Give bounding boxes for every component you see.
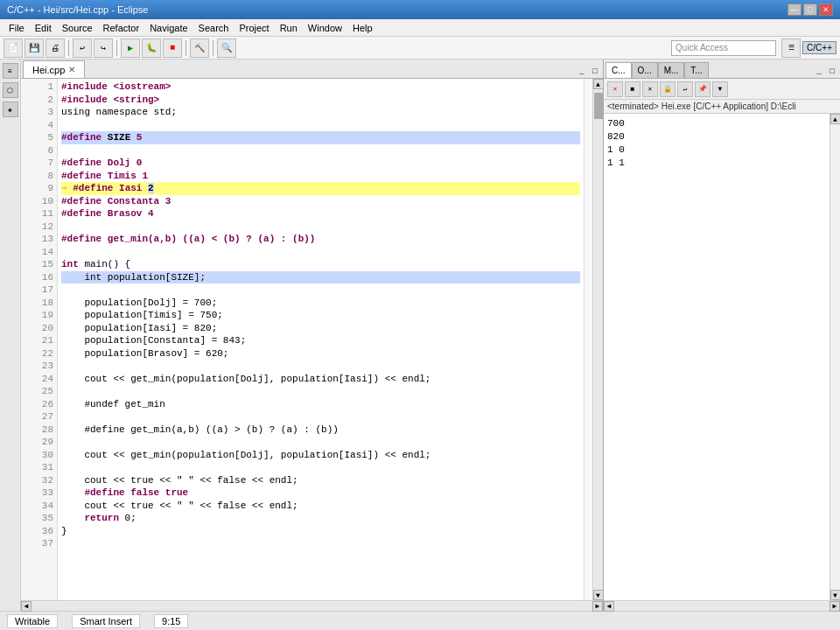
main-layout: ≡ ⬡ ◈ Hei.cpp ✕ _ □ 12345678910111213141… bbox=[0, 60, 840, 611]
editor-tab-hei[interactable]: Hei.cpp ✕ bbox=[23, 60, 85, 78]
code-line-19: population[Timis] = 750; bbox=[61, 309, 580, 322]
scroll-right-button[interactable]: ▶ bbox=[592, 601, 603, 612]
build-button[interactable]: 🔨 bbox=[190, 38, 209, 58]
code-editor: 1234567891011121314151617181920212223242… bbox=[21, 79, 603, 600]
console-line-4: 1 1 bbox=[607, 157, 836, 170]
menu-edit[interactable]: Edit bbox=[30, 21, 57, 35]
print-button[interactable]: 🖨 bbox=[46, 38, 65, 58]
terminate-button[interactable]: ■ bbox=[625, 81, 640, 97]
code-line-16: int population[SIZE]; bbox=[61, 271, 580, 284]
right-scroll-left[interactable]: ◀ bbox=[604, 601, 614, 612]
toolbar-sep-3 bbox=[186, 40, 186, 56]
scroll-thumb[interactable] bbox=[594, 93, 603, 119]
console-scroll-down[interactable]: ▼ bbox=[830, 590, 841, 600]
redo-button[interactable]: ↪ bbox=[94, 38, 113, 58]
line-number-33: 33 bbox=[21, 486, 53, 500]
menu-source[interactable]: Source bbox=[57, 21, 98, 35]
sidebar-icon-1[interactable]: ≡ bbox=[3, 63, 18, 79]
menu-help[interactable]: Help bbox=[347, 21, 378, 35]
menu-search[interactable]: Search bbox=[193, 21, 234, 35]
right-tab-m[interactable]: M... bbox=[658, 62, 685, 78]
hscroll-track[interactable] bbox=[32, 602, 592, 611]
line-number-31: 31 bbox=[21, 461, 53, 474]
title-bar-buttons: — □ ✕ bbox=[788, 4, 833, 16]
sidebar-icon-3[interactable]: ◈ bbox=[3, 102, 18, 117]
code-line-30: cout << get_min(population[Dolj], popula… bbox=[61, 449, 580, 462]
code-line-3: using namespace std; bbox=[61, 106, 580, 119]
line-number-8: 8 bbox=[21, 170, 53, 183]
perspective-btn-1[interactable]: ☰ bbox=[781, 38, 801, 58]
title-bar: C/C++ - Hei/src/Hei.cpp - Eclipse — □ ✕ bbox=[0, 0, 840, 19]
save-button[interactable]: 💾 bbox=[24, 38, 44, 58]
menu-navigate[interactable]: Navigate bbox=[144, 21, 192, 35]
code-line-37 bbox=[61, 537, 580, 550]
menu-run[interactable]: Run bbox=[275, 21, 303, 35]
debug-button[interactable]: 🐛 bbox=[142, 38, 161, 58]
remove-button[interactable]: ✕ bbox=[642, 81, 658, 97]
code-line-35: return 0; bbox=[61, 512, 580, 525]
code-line-6 bbox=[61, 144, 580, 158]
scroll-left-button[interactable]: ◀ bbox=[21, 601, 32, 612]
new-button[interactable]: 📄 bbox=[4, 38, 23, 58]
line-number-37: 37 bbox=[21, 537, 53, 550]
maximize-button[interactable]: □ bbox=[803, 4, 817, 16]
right-hscroll-track[interactable] bbox=[614, 602, 830, 611]
code-line-34: cout << true << " " << false << endl; bbox=[61, 500, 580, 513]
tab-minimize[interactable]: _ bbox=[576, 66, 588, 78]
toolbar-sep-1 bbox=[68, 40, 69, 56]
clear-console-button[interactable]: ✕ bbox=[607, 81, 623, 97]
code-line-27 bbox=[61, 410, 580, 424]
line-number-15: 15 bbox=[21, 258, 53, 271]
perspective-cpp[interactable]: C/C++ bbox=[802, 41, 836, 54]
menu-refactor[interactable]: Refactor bbox=[98, 21, 145, 35]
scroll-lock-button[interactable]: 🔒 bbox=[660, 81, 676, 97]
scroll-up-button[interactable]: ▲ bbox=[593, 79, 604, 89]
line-number-32: 32 bbox=[21, 474, 53, 487]
right-tab-minimize[interactable]: _ bbox=[813, 66, 825, 78]
minimize-button[interactable]: — bbox=[788, 4, 802, 16]
right-hscroll[interactable]: ◀ ▶ bbox=[604, 600, 840, 611]
right-console-vscroll[interactable]: ▲ ▼ bbox=[830, 114, 840, 600]
close-button[interactable]: ✕ bbox=[819, 4, 833, 16]
line-number-22: 22 bbox=[21, 347, 53, 360]
scroll-down-button[interactable]: ▼ bbox=[593, 590, 604, 600]
quick-access-input[interactable]: Quick Access bbox=[671, 40, 776, 56]
right-tab-o[interactable]: O... bbox=[632, 62, 658, 78]
toolbar-right: ☰ C/C++ bbox=[781, 38, 836, 58]
right-scroll-right[interactable]: ▶ bbox=[830, 601, 840, 612]
pin-button[interactable]: 📌 bbox=[695, 81, 710, 97]
tab-maximize[interactable]: □ bbox=[589, 66, 601, 78]
code-line-21: population[Constanta] = 843; bbox=[61, 334, 580, 347]
line-number-26: 26 bbox=[21, 398, 53, 411]
run-button[interactable]: ▶ bbox=[121, 38, 140, 58]
search-toolbar-button[interactable]: 🔍 bbox=[217, 38, 236, 58]
line-number-24: 24 bbox=[21, 373, 53, 386]
right-tab-c[interactable]: C... bbox=[606, 62, 632, 78]
word-wrap-button[interactable]: ↵ bbox=[677, 81, 693, 97]
undo-button[interactable]: ↩ bbox=[73, 38, 92, 58]
menu-window[interactable]: Window bbox=[303, 21, 347, 35]
code-line-15: int main() { bbox=[61, 258, 580, 271]
scroll-track[interactable] bbox=[594, 89, 603, 590]
settings-icon[interactable]: ▼ bbox=[712, 81, 728, 97]
right-tab-maximize[interactable]: □ bbox=[826, 66, 838, 78]
code-line-8: #define Timis 1 bbox=[61, 170, 580, 183]
code-line-11: #define Brasov 4 bbox=[61, 207, 580, 220]
right-tab-t[interactable]: T... bbox=[684, 62, 708, 78]
code-line-14 bbox=[61, 246, 580, 259]
console-scroll-up[interactable]: ▲ bbox=[830, 114, 841, 124]
horizontal-scrollbar[interactable]: ◀ ▶ bbox=[21, 600, 603, 611]
code-line-28: #define get_min(a,b) ((a) > (b) ? (a) : … bbox=[61, 424, 580, 437]
status-bar: Writable Smart Insert 9:15 bbox=[0, 611, 840, 630]
vertical-scrollbar[interactable]: ▲ ▼ bbox=[592, 79, 603, 600]
code-line-4 bbox=[61, 119, 580, 132]
stop-button[interactable]: ■ bbox=[163, 38, 182, 58]
menu-file[interactable]: File bbox=[4, 21, 30, 35]
code-line-9: ⇒ #define Iasi 2 bbox=[61, 182, 580, 195]
tab-close-icon[interactable]: ✕ bbox=[68, 65, 75, 74]
menu-project[interactable]: Project bbox=[234, 21, 274, 35]
console-line-1: 700 bbox=[607, 117, 836, 130]
code-content[interactable]: #include <iostream>#include <string>usin… bbox=[58, 79, 584, 600]
sidebar-icon-2[interactable]: ⬡ bbox=[3, 82, 18, 98]
right-tab-bar: C... O... M... T... _ □ bbox=[604, 60, 840, 79]
